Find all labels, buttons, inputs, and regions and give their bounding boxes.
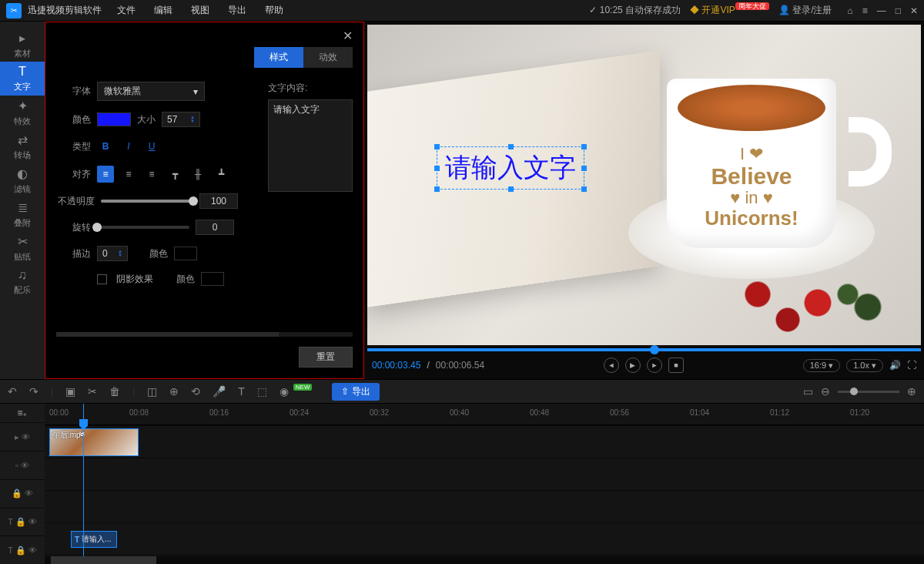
fullscreen-icon[interactable]: ⛶ (907, 360, 916, 371)
sidebar-item-text[interactable]: T文字 (0, 62, 45, 96)
textcontent-input[interactable]: 请输入文字 (268, 99, 353, 192)
redo-button[interactable]: ↷ (29, 385, 38, 398)
fit-button[interactable]: ▭ (803, 385, 813, 398)
zoom-slider[interactable] (838, 391, 899, 393)
zoom-out-button[interactable]: ⊖ (821, 385, 830, 398)
size-input[interactable]: 57▲▼ (162, 112, 200, 127)
align-right-button[interactable]: ≡ (143, 166, 160, 183)
playhead[interactable]: ✂ (83, 404, 84, 564)
scissors-icon: ✂ (79, 430, 85, 438)
zoom-in-button[interactable]: ⊕ (907, 385, 916, 398)
align-bottom-button[interactable]: ┻ (213, 166, 229, 183)
stop-button[interactable]: ■ (668, 358, 684, 373)
menu-help[interactable]: 帮助 (265, 4, 283, 17)
tool-6[interactable]: ◉ (280, 385, 289, 398)
tool-1[interactable]: ◫ (147, 385, 157, 398)
shadow-color-swatch[interactable] (201, 272, 224, 286)
stroke-label: 描边 (56, 247, 91, 260)
menu-view[interactable]: 视图 (191, 4, 209, 17)
shadow-label: 阴影效果 (116, 273, 153, 286)
sidebar-item-effects[interactable]: ✦特效 (0, 96, 45, 129)
autosave-status: ✓ 10:25 自动保存成功 (589, 4, 681, 17)
preview-canvas[interactable]: I ❤Believe♥ in ♥Unicorns! 请输入文字 (367, 25, 921, 345)
stroke-input[interactable]: 0▲▼ (97, 246, 128, 261)
track-text2-header[interactable]: T 🔒 👁 (0, 535, 45, 564)
panel-close-icon[interactable]: ✕ (343, 29, 353, 43)
timeline-ruler[interactable]: 00:0000:0800:1600:2400:3200:4000:4800:56… (45, 404, 924, 425)
align-middle-button[interactable]: ╫ (189, 166, 206, 183)
rotate-input[interactable]: 0 (196, 220, 234, 235)
timeline-scrollbar[interactable] (45, 556, 924, 564)
sidebar-item-media[interactable]: ▸素材 (0, 28, 45, 62)
tab-style[interactable]: 样式 (254, 47, 303, 68)
tool-2[interactable]: ⊕ (169, 385, 179, 398)
close-icon[interactable]: ✕ (910, 5, 918, 16)
volume-icon[interactable]: 🔊 (889, 360, 901, 371)
play-button[interactable]: ▶ (625, 358, 641, 373)
track-overlay[interactable] (45, 458, 924, 490)
track-overlay-header[interactable]: ▫ 👁 (0, 451, 45, 479)
mic-button[interactable]: 🎤 (213, 385, 226, 398)
undo-button[interactable]: ↶ (8, 385, 17, 398)
bold-button[interactable]: B (97, 138, 114, 155)
app-logo: ✂ (6, 3, 22, 18)
tool-3[interactable]: ⟲ (191, 385, 200, 398)
menu-file[interactable]: 文件 (117, 4, 136, 17)
reset-button[interactable]: 重置 (299, 347, 353, 368)
track-text1-header[interactable]: T 🔒 👁 (0, 508, 45, 536)
prev-frame-button[interactable]: ◄ (604, 358, 619, 373)
sidebar-item-sticker[interactable]: ✂贴纸 (0, 231, 45, 265)
home-icon[interactable]: ⌂ (847, 5, 852, 16)
stroke-color-swatch[interactable] (174, 247, 197, 260)
align-left-button[interactable]: ≡ (97, 166, 114, 183)
timeline-toolbar: ↶ ↷ | ▣ ✂ 🗑 | ◫ ⊕ ⟲ 🎤 T ⬚ ◉ NEW ⇧ 导出 ▭ ⊖… (0, 379, 924, 404)
export-button[interactable]: ⇧ 导出 (332, 383, 380, 401)
next-frame-button[interactable]: ► (647, 358, 662, 373)
menu-edit[interactable]: 编辑 (154, 4, 172, 17)
track-video-header[interactable]: ▸ 👁 (0, 422, 45, 451)
title-bar: ✂ 迅捷视频剪辑软件 文件 编辑 视图 导出 帮助 ✓ 10:25 自动保存成功… (0, 0, 924, 22)
track-audio[interactable] (45, 490, 924, 522)
align-top-button[interactable]: ┳ (166, 166, 183, 183)
menu-export[interactable]: 导出 (228, 4, 246, 17)
preview-progress[interactable] (367, 348, 921, 351)
text-color-swatch[interactable] (97, 112, 131, 126)
sparkle-icon: ✦ (18, 99, 28, 113)
sticker-icon: ✂ (18, 234, 28, 249)
chevron-down-icon: ▾ (193, 86, 198, 97)
rotate-slider[interactable] (97, 226, 189, 229)
maximize-icon[interactable]: □ (896, 5, 901, 16)
track-text1[interactable]: T请输入... (45, 522, 924, 555)
shadow-checkbox[interactable] (97, 274, 107, 284)
sidebar-item-music[interactable]: ♫配乐 (0, 265, 45, 299)
font-select[interactable]: 微软雅黑▾ (97, 82, 205, 101)
login-button[interactable]: 👤 登录/注册 (778, 4, 832, 17)
speed-select[interactable]: 1.0x ▾ (846, 359, 883, 372)
play-icon: ▸ (19, 31, 25, 45)
panel-scrollbar[interactable] (56, 332, 353, 337)
text-overlay[interactable]: 请输入文字 (437, 146, 584, 190)
video-clip[interactable]: 午后.mp4 (49, 428, 139, 456)
underline-button[interactable]: U (143, 138, 160, 155)
crop-button[interactable]: ▣ (65, 385, 75, 398)
sidebar-item-transition[interactable]: ⇄转场 (0, 129, 45, 163)
menu-icon[interactable]: ≡ (862, 5, 868, 16)
tab-motion[interactable]: 动效 (303, 47, 353, 68)
text-tool[interactable]: T (238, 385, 245, 398)
vip-button[interactable]: ◆ 开通VIP周年大促 (690, 4, 769, 17)
split-button[interactable]: ✂ (88, 385, 97, 398)
text-clip[interactable]: T请输入... (71, 531, 117, 548)
track-audio-header[interactable]: 🔒 👁 (0, 479, 45, 508)
italic-button[interactable]: I (120, 138, 137, 155)
minimize-icon[interactable]: — (877, 5, 886, 16)
track-video[interactable]: 午后.mp4 (45, 425, 924, 458)
sidebar-item-filter[interactable]: ◐滤镜 (0, 163, 45, 197)
sidebar-item-overlay[interactable]: ≣叠附 (0, 197, 45, 231)
delete-button[interactable]: 🗑 (109, 385, 120, 398)
align-center-button[interactable]: ≡ (120, 166, 137, 183)
add-track-button[interactable]: ≡₊ (0, 404, 45, 422)
aspect-ratio-select[interactable]: 16:9 ▾ (803, 359, 840, 372)
opacity-input[interactable]: 100 (199, 193, 238, 209)
opacity-slider[interactable] (101, 200, 193, 203)
tool-5[interactable]: ⬚ (257, 385, 267, 398)
